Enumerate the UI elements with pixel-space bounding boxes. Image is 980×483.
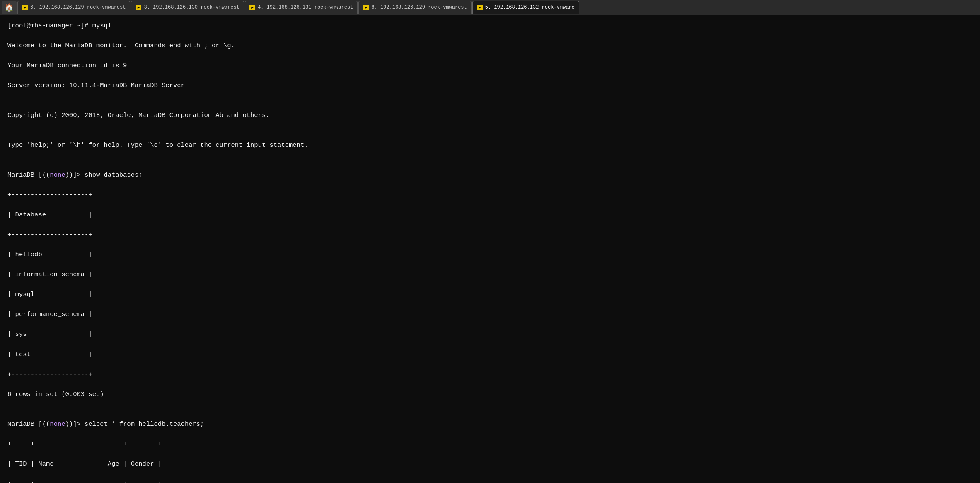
terminal-line-11: | Database | <box>7 210 973 220</box>
tab-icon-4: ▶ <box>363 5 369 10</box>
terminal-line-9: MariaDB [((none))]> show databases; <box>7 170 973 180</box>
terminal-line-20: 6 rows in set (0.003 sec) <box>7 389 973 399</box>
tab-label-3: 4. 192.168.126.131 rock-vmwarest <box>258 5 353 10</box>
none-highlight: none <box>50 420 65 428</box>
terminal-line-16: | performance_schema | <box>7 309 973 319</box>
terminal-line-2: Your MariaDB connection id is 9 <box>7 61 973 70</box>
terminal-line-0: [root@mha-manager ~]# mysql <box>7 21 973 31</box>
terminal-line-23: +-----+-----------------+-----+--------+ <box>7 439 973 449</box>
terminal-output: [root@mha-manager ~]# mysql Welcome to t… <box>0 15 980 483</box>
terminal-line-19: +--------------------+ <box>7 369 973 379</box>
tab-4[interactable]: ▶8. 192.168.126.129 rock-vmwarest <box>358 1 471 14</box>
tab-icon-3: ▶ <box>249 5 255 10</box>
terminal-line-10: +--------------------+ <box>7 190 973 200</box>
terminal-pre: [root@mha-manager ~]# mysql Welcome to t… <box>7 21 973 483</box>
tab-icon-5: ▶ <box>477 5 483 10</box>
tab-icon-2: ▶ <box>136 5 141 10</box>
tab-icon-1: ▶ <box>22 5 28 10</box>
terminal-line-18: | test | <box>7 350 973 359</box>
terminal-line-17: | sys | <box>7 329 973 339</box>
terminal-line-1: Welcome to the MariaDB monitor. Commands… <box>7 41 973 51</box>
home-icon: 🏠 <box>5 3 14 12</box>
terminal-line-7: Type 'help;' or '\h' for help. Type '\c'… <box>7 140 973 150</box>
terminal-line-24: | TID | Name | Age | Gender | <box>7 459 973 469</box>
tab-label-4: 8. 192.168.126.129 rock-vmwarest <box>371 5 467 10</box>
terminal-line-25: +-----+-----------------+-----+--------+ <box>7 479 973 483</box>
terminal-line-22: MariaDB [((none))]> select * from hellod… <box>7 419 973 429</box>
tab-5[interactable]: ▶5. 192.168.126.132 rock-vmware <box>472 1 579 14</box>
terminal-line-12: +--------------------+ <box>7 230 973 240</box>
tab-label-1: 6. 192.168.126.129 rock-vmwarest <box>30 5 126 10</box>
tab-1[interactable]: ▶6. 192.168.126.129 rock-vmwarest <box>17 1 130 14</box>
terminal-line-15: | mysql | <box>7 289 973 299</box>
terminal-line-5: Copyright (c) 2000, 2018, Oracle, MariaD… <box>7 110 973 120</box>
tab-label-5: 5. 192.168.126.132 rock-vmware <box>485 5 575 10</box>
tab-bar: 🏠 ▶6. 192.168.126.129 rock-vmwarest▶3. 1… <box>0 0 980 15</box>
terminal-line-14: | information_schema | <box>7 269 973 279</box>
none-highlight: none <box>50 171 65 179</box>
tab-3[interactable]: ▶4. 192.168.126.131 rock-vmwarest <box>245 1 358 14</box>
home-tab[interactable]: 🏠 <box>2 1 17 14</box>
tab-label-2: 3. 192.168.126.130 rock-vmwarest <box>144 5 239 10</box>
terminal-line-13: | hellodb | <box>7 250 973 260</box>
terminal-line-3: Server version: 10.11.4-MariaDB MariaDB … <box>7 80 973 90</box>
tab-2[interactable]: ▶3. 192.168.126.130 rock-vmwarest <box>131 1 244 14</box>
